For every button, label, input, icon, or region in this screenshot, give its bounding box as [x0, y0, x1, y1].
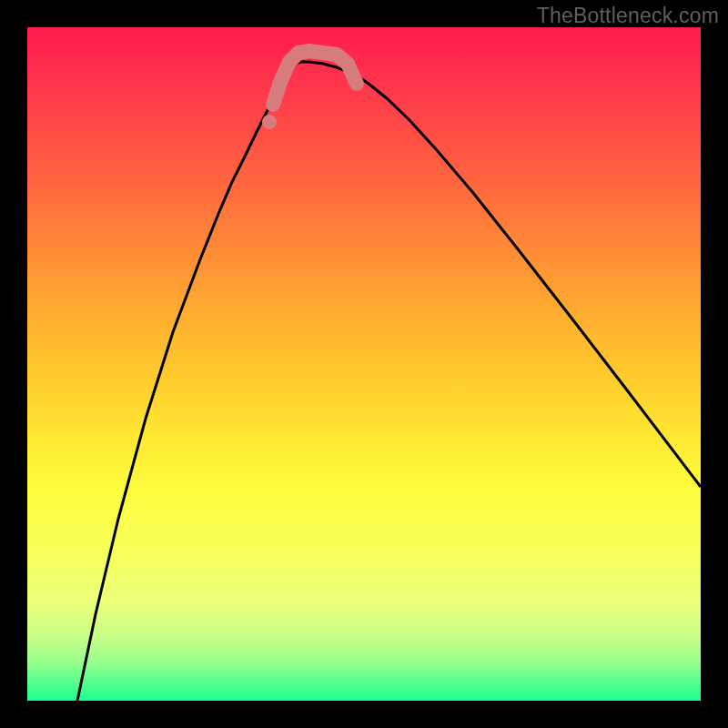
plot-area [27, 27, 701, 701]
left-dot [262, 115, 277, 129]
bottleneck-curve [77, 62, 701, 701]
watermark-text: TheBottleneck.com [537, 4, 719, 28]
chart-frame: TheBottleneck.com [0, 0, 728, 728]
chart-svg [27, 27, 701, 701]
marker-band [273, 51, 357, 105]
